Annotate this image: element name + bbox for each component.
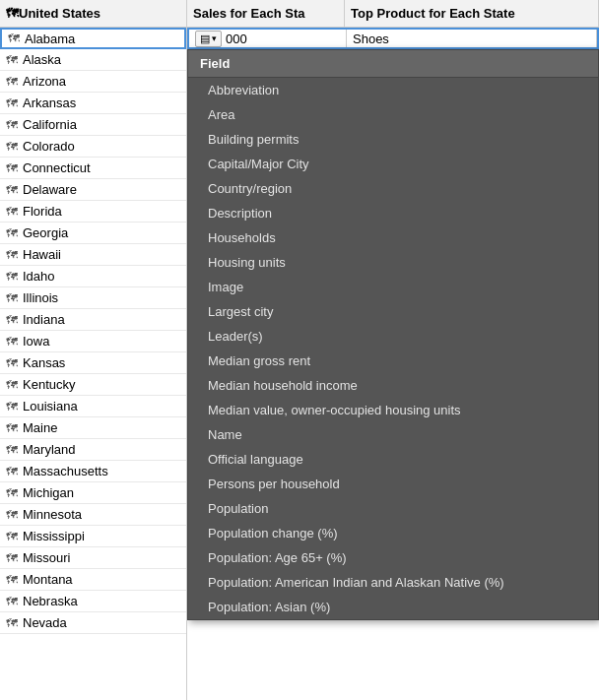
field-item[interactable]: Population change (%)	[188, 521, 598, 545]
field-item[interactable]: Building permits	[188, 127, 598, 152]
state-row[interactable]: 🗺Arizona	[0, 71, 186, 93]
state-map-icon: 🗺	[6, 616, 18, 630]
state-row[interactable]: 🗺Alaska	[0, 49, 186, 71]
state-row[interactable]: 🗺Connecticut	[0, 158, 186, 179]
state-name: Mississippi	[23, 529, 85, 543]
field-item[interactable]: Official language	[188, 447, 598, 472]
state-map-icon: 🗺	[6, 183, 18, 197]
state-row[interactable]: 🗺Indiana	[0, 309, 186, 331]
field-item[interactable]: Median household income	[188, 373, 598, 398]
state-name: Florida	[23, 204, 62, 219]
state-row[interactable]: 🗺Montana	[0, 569, 186, 591]
field-item[interactable]: Description	[188, 201, 598, 225]
map-icon: 🗺	[6, 6, 19, 21]
state-map-icon: 🗺	[6, 118, 18, 132]
state-map-icon: 🗺	[6, 313, 18, 327]
field-item[interactable]: Country/region	[188, 176, 598, 201]
state-row[interactable]: 🗺Nebraska	[0, 591, 186, 612]
field-item[interactable]: Population: Asian (%)	[188, 595, 598, 619]
state-row[interactable]: 🗺Maine	[0, 417, 186, 439]
state-row[interactable]: 🗺Missouri	[0, 547, 186, 569]
alabama-sales-cell: ▤ 000	[189, 30, 347, 47]
state-map-icon: 🗺	[6, 53, 18, 67]
state-row[interactable]: 🗺Illinois	[0, 287, 186, 309]
state-map-icon: 🗺	[6, 400, 18, 414]
field-item[interactable]: Population	[188, 496, 598, 521]
state-row[interactable]: 🗺Nevada	[0, 612, 186, 634]
state-map-icon: 🗺	[6, 226, 18, 240]
field-item[interactable]: Capital/Major City	[188, 152, 598, 176]
state-row[interactable]: 🗺Hawaii	[0, 244, 186, 266]
states-column: 🗺Alabama🗺Alaska🗺Arizona🗺Arkansas🗺Califor…	[0, 28, 187, 700]
state-name: Connecticut	[23, 160, 91, 175]
right-columns: ▤ 000 Shoes 000,000 Field AbbreviationAr…	[187, 28, 599, 700]
state-row[interactable]: 🗺Kentucky	[0, 374, 186, 396]
field-item[interactable]: Population: American Indian and Alaskan …	[188, 570, 598, 595]
field-item[interactable]: Image	[188, 275, 598, 299]
main-container: 🗺 United States Sales for Each Sta Top P…	[0, 0, 599, 700]
state-row[interactable]: 🗺Georgia	[0, 223, 186, 244]
state-row[interactable]: 🗺Massachusetts	[0, 461, 186, 482]
state-name: California	[23, 117, 77, 132]
field-item[interactable]: Leader(s)	[188, 324, 598, 349]
header-state: 🗺 United States	[0, 0, 187, 27]
field-item[interactable]: Name	[188, 422, 598, 447]
field-item[interactable]: Housing units	[188, 250, 598, 275]
alabama-top-value: Shoes	[353, 32, 389, 46]
state-row[interactable]: 🗺Alabama	[0, 28, 186, 49]
field-item[interactable]: Persons per household	[188, 472, 598, 496]
field-item[interactable]: Area	[188, 102, 598, 127]
state-map-icon: 🗺	[6, 291, 18, 305]
field-item[interactable]: Abbreviation	[188, 78, 598, 102]
state-row[interactable]: 🗺Kansas	[0, 352, 186, 374]
state-row[interactable]: 🗺Florida	[0, 201, 186, 223]
state-row[interactable]: 🗺Colorado	[0, 136, 186, 158]
state-row[interactable]: 🗺Michigan	[0, 482, 186, 504]
filter-button[interactable]: ▤	[195, 31, 222, 47]
dropdown-header: Field	[188, 50, 598, 78]
alabama-sales-value: 000	[226, 32, 247, 46]
state-row[interactable]: 🗺Maryland	[0, 439, 186, 461]
state-name: Louisiana	[23, 399, 78, 414]
field-item[interactable]: Households	[188, 225, 598, 250]
state-map-icon: 🗺	[6, 96, 18, 110]
state-name: Indiana	[23, 312, 65, 327]
state-map-icon: 🗺	[6, 356, 18, 370]
state-row[interactable]: 🗺California	[0, 114, 186, 136]
state-map-icon: 🗺	[6, 443, 18, 457]
field-item[interactable]: Largest city	[188, 299, 598, 324]
state-row[interactable]: 🗺Minnesota	[0, 504, 186, 526]
state-name: Alaska	[23, 52, 61, 67]
state-row[interactable]: 🗺Iowa	[0, 331, 186, 352]
state-name: Massachusetts	[23, 464, 108, 478]
state-map-icon: 🗺	[6, 205, 18, 219]
state-name: Montana	[23, 572, 73, 587]
header-top-label: Top Product for Each State	[351, 6, 515, 21]
state-row[interactable]: 🗺Louisiana	[0, 396, 186, 417]
field-item[interactable]: Population: Age 65+ (%)	[188, 545, 598, 570]
state-name: Colorado	[23, 139, 75, 154]
header-state-label: United States	[19, 6, 100, 21]
state-row[interactable]: 🗺Delaware	[0, 179, 186, 201]
state-map-icon: 🗺	[6, 421, 18, 435]
state-row[interactable]: 🗺Mississippi	[0, 526, 186, 547]
field-item[interactable]: Median gross rent	[188, 349, 598, 373]
data-area: 🗺Alabama🗺Alaska🗺Arizona🗺Arkansas🗺Califor…	[0, 28, 599, 700]
alabama-top-cell: Shoes	[347, 30, 597, 47]
state-map-icon: 🗺	[6, 248, 18, 262]
field-item[interactable]: Median value, owner-occupied housing uni…	[188, 398, 598, 422]
state-map-icon: 🗺	[6, 270, 18, 284]
state-map-icon: 🗺	[6, 140, 18, 154]
header-sales-label: Sales for Each Sta	[193, 6, 304, 21]
state-row[interactable]: 🗺Idaho	[0, 266, 186, 287]
header-top: Top Product for Each State	[345, 0, 599, 27]
state-name: Idaho	[23, 269, 55, 284]
state-map-icon: 🗺	[6, 595, 18, 608]
header-row: 🗺 United States Sales for Each Sta Top P…	[0, 0, 599, 28]
header-sales: Sales for Each Sta	[187, 0, 345, 27]
state-name: Arizona	[23, 74, 66, 89]
state-name: Michigan	[23, 485, 74, 500]
state-row[interactable]: 🗺Arkansas	[0, 93, 186, 114]
state-name: Kentucky	[23, 377, 75, 392]
state-map-icon: 🗺	[6, 508, 18, 522]
